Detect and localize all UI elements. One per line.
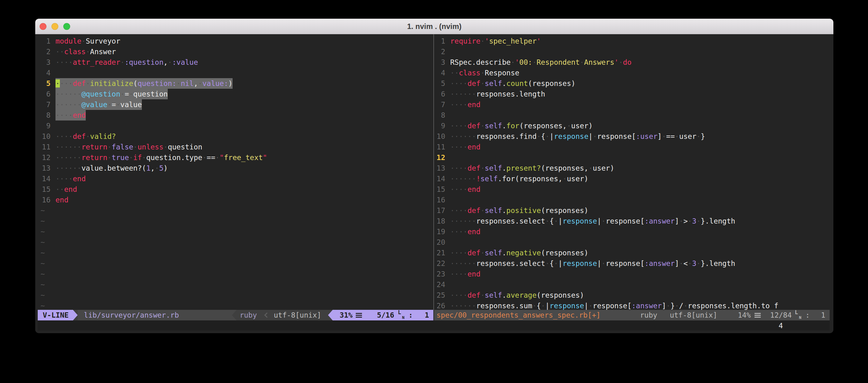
space-dot: ·	[198, 79, 203, 88]
code-token: (responses)	[541, 249, 588, 257]
line-text: ····def·self.average(responses)	[450, 290, 584, 301]
line-number: 19	[434, 227, 450, 237]
code-line[interactable]: 13····def·self.present?(responses,·user)	[434, 163, 830, 173]
space-dot: ·	[73, 143, 77, 151]
space-dot: ·	[116, 101, 120, 109]
code-line[interactable]: 17····def·self.positive(responses)	[434, 205, 830, 216]
code-line[interactable]: 18······responses.select·{·|response|·re…	[434, 216, 830, 227]
code-line[interactable]: 4··class·Response	[434, 68, 830, 78]
code-token: end	[73, 175, 86, 183]
code-line[interactable]: 12	[434, 152, 830, 163]
empty-buffer-line: ~	[38, 227, 433, 237]
space-dot: ·	[163, 143, 168, 151]
code-line[interactable]: 2	[434, 46, 830, 57]
code-line[interactable]: 7····end	[434, 99, 830, 110]
code-pane-right[interactable]: 1require·'spec_helper'23RSpec.describe·'…	[434, 34, 830, 310]
code-token: negative	[506, 249, 541, 257]
code-line[interactable]: 15····end	[434, 184, 830, 195]
code-pane-left[interactable]: 1module·Surveyor2··class·Answer3····attr…	[38, 34, 433, 310]
code-line[interactable]: 7······@value·=·value	[38, 99, 433, 110]
zoom-button[interactable]	[63, 23, 70, 30]
space-dot: ·	[459, 270, 463, 278]
line-text: ····def·valid?	[56, 131, 116, 142]
code-line[interactable]: 12······return·true·if·question.type·==·…	[38, 152, 433, 163]
space-dot: ·	[463, 143, 468, 151]
code-line[interactable]: 3RSpec.describe·'00:·Respondent·Answers'…	[434, 57, 830, 68]
code-line[interactable]: 10····def·valid?	[38, 131, 433, 142]
code-line[interactable]: 8	[434, 110, 830, 120]
window-controls	[40, 23, 70, 30]
code-line[interactable]: 1module·Surveyor	[38, 36, 433, 46]
space-dot: ·	[155, 164, 159, 172]
close-button[interactable]	[40, 23, 46, 30]
title-bar[interactable]: 1. nvim . (nvim)	[35, 19, 833, 34]
code-line[interactable]: 19····end	[434, 227, 830, 237]
code-token: question	[133, 90, 168, 98]
space-dot: ·	[536, 132, 541, 140]
space-dot: ·	[666, 302, 671, 310]
code-line[interactable]: 1require·'spec_helper'	[434, 36, 830, 46]
code-token: end	[467, 270, 480, 278]
tilde-marker: ~	[38, 237, 45, 248]
powerline-arrow-icon	[328, 310, 333, 320]
code-line[interactable]: 25····def·self.average(responses)	[434, 290, 830, 301]
code-line[interactable]: 3····attr_reader·:question,·:value	[38, 57, 433, 68]
code-token: 5	[159, 164, 163, 172]
code-line[interactable]: 22······responses.select·{·|response|·re…	[434, 258, 830, 269]
space-dot: ·	[56, 143, 60, 151]
space-dot: ·	[69, 143, 73, 151]
space-dot: ·	[56, 101, 60, 109]
code-token: question	[168, 143, 203, 151]
code-line[interactable]: 13······value.between?(1,·5)	[38, 163, 433, 173]
code-line[interactable]: 16end	[38, 195, 433, 205]
code-line[interactable]: 2··class·Answer	[38, 46, 433, 57]
code-line[interactable]: 20	[434, 237, 830, 248]
line-text: ····def·self.positive(responses)	[450, 205, 588, 216]
space-dot: ·	[77, 90, 82, 98]
code-line[interactable]: 26······responses.sum·{·|response|·respo…	[434, 301, 830, 310]
code-line[interactable]: 11····end	[434, 142, 830, 152]
code-token: free_text	[224, 153, 263, 162]
space-dot: ·	[450, 206, 455, 214]
code-line[interactable]: 5····def·initialize(question:·nil,·value…	[38, 78, 433, 89]
line-number: 11	[434, 142, 450, 152]
command-line[interactable]: 4	[38, 320, 830, 331]
code-line[interactable]: 16	[434, 195, 830, 205]
code-line[interactable]: 11······return·false·unless·question	[38, 142, 433, 152]
space-dot: ·	[56, 111, 60, 119]
code-line[interactable]: 5····def·self.count(responses)	[434, 78, 830, 89]
space-dot: ·	[64, 164, 69, 172]
lines-icon	[754, 313, 761, 318]
code-line[interactable]: 9····def·self.for(responses,·user)	[434, 120, 830, 131]
code-token: do	[623, 58, 632, 66]
space-dot: ·	[450, 228, 455, 236]
line-number: 16	[38, 195, 56, 205]
line-text: ······responses.sum·{·|response|·respons…	[450, 301, 778, 310]
space-dot: ·	[64, 90, 69, 98]
space-dot: ·	[463, 249, 468, 257]
space-dot: ·	[463, 270, 468, 278]
line-number: 4	[38, 68, 56, 78]
code-line[interactable]: 10······responses.find·{·|response|·resp…	[434, 131, 830, 142]
code-line[interactable]: 24	[434, 279, 830, 290]
code-line[interactable]: 4	[38, 68, 433, 78]
code-line[interactable]: 9	[38, 120, 433, 131]
code-line[interactable]: 14····end	[38, 173, 433, 184]
space-dot: ·	[455, 302, 459, 310]
code-token: ]	[675, 259, 679, 268]
space-dot: ·	[696, 132, 701, 140]
code-line[interactable]: 8····end	[38, 110, 433, 120]
code-line[interactable]: 15··end	[38, 184, 433, 195]
code-line[interactable]: 6······@question·=·question	[38, 89, 433, 99]
space-dot: ·	[450, 270, 455, 278]
code-line[interactable]: 21····def·self.negative(responses)	[434, 248, 830, 258]
minimize-button[interactable]	[52, 23, 58, 30]
line-number: 24	[434, 279, 450, 290]
empty-buffer-line: ~	[38, 301, 433, 310]
code-line[interactable]: 23····end	[434, 269, 830, 279]
code-token: |	[558, 259, 562, 268]
space-dot: ·	[60, 143, 64, 151]
code-line[interactable]: 14······!self.for(responses,·user)	[434, 173, 830, 184]
code-line[interactable]: 6······responses.length	[434, 89, 830, 99]
code-token: end	[467, 185, 480, 194]
